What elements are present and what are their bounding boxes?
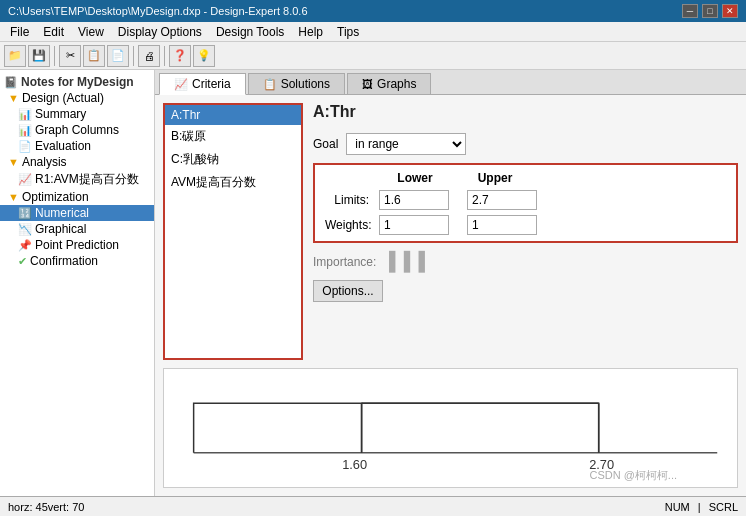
sidebar-graphical-label: Graphical: [35, 222, 86, 236]
sidebar: 📓 Notes for MyDesign ▼ Design (Actual) 📊…: [0, 70, 155, 496]
goal-select[interactable]: in range minimize maximize target none: [346, 133, 466, 155]
copy-button[interactable]: 📋: [83, 45, 105, 67]
menu-item-tips[interactable]: Tips: [331, 24, 365, 40]
sidebar-notes[interactable]: 📓 Notes for MyDesign: [0, 74, 154, 90]
menu-item-file[interactable]: File: [4, 24, 35, 40]
tab-solutions-label: Solutions: [281, 77, 330, 91]
graphical-icon: 📉: [18, 223, 32, 236]
solutions-tab-icon: 📋: [263, 78, 277, 91]
paste-button[interactable]: 📄: [107, 45, 129, 67]
menu-item-edit[interactable]: Edit: [37, 24, 70, 40]
status-sep: |: [698, 501, 701, 513]
content-area: 📈 Criteria 📋 Solutions 🖼 Graphs A:Thr B:…: [155, 70, 746, 496]
tab-graphs-label: Graphs: [377, 77, 416, 91]
goal-label: Goal: [313, 137, 338, 151]
title-bar-text: C:\Users\TEMP\Desktop\MyDesign.dxp - Des…: [8, 5, 308, 17]
summary-doc-icon: 📊: [18, 108, 32, 121]
sidebar-r1-avm-label: R1:AVM提高百分数: [35, 171, 139, 188]
status-num: NUM: [665, 501, 690, 513]
tab-graphs[interactable]: 🖼 Graphs: [347, 73, 431, 94]
factor-item-c-sodium-lactate[interactable]: C:乳酸钠: [165, 148, 301, 171]
toolbar: 📁 💾 ✂ 📋 📄 🖨 ❓ 💡: [0, 42, 746, 70]
sidebar-item-point-prediction[interactable]: 📌 Point Prediction: [0, 237, 154, 253]
weights-row: Weights:: [325, 215, 726, 235]
lower-limit-input[interactable]: [379, 190, 449, 210]
tab-criteria-label: Criteria: [192, 77, 231, 91]
factor-settings: A:Thr Goal in range minimize maximize ta…: [313, 103, 738, 360]
status-bar: horz: 45 vert: 70 NUM | SCRL: [0, 496, 746, 516]
svg-text:1.60: 1.60: [342, 457, 367, 472]
sidebar-point-prediction-label: Point Prediction: [35, 238, 119, 252]
new-button[interactable]: 📁: [4, 45, 26, 67]
factor-list: A:Thr B:碳原 C:乳酸钠 AVM提高百分数: [163, 103, 303, 360]
tab-solutions[interactable]: 📋 Solutions: [248, 73, 345, 94]
criteria-panel: A:Thr B:碳原 C:乳酸钠 AVM提高百分数 A:Thr Goal in …: [155, 95, 746, 368]
importance-label: Importance:: [313, 255, 376, 269]
sidebar-item-optimization[interactable]: ▼ Optimization: [0, 189, 154, 205]
r1-avm-icon: 📈: [18, 173, 32, 186]
menu-item-view[interactable]: View: [72, 24, 110, 40]
menu-item-display-options[interactable]: Display Options: [112, 24, 208, 40]
sidebar-notes-label: Notes for MyDesign: [21, 75, 134, 89]
sidebar-design-label: Design (Actual): [22, 91, 104, 105]
sidebar-item-graphical[interactable]: 📉 Graphical: [0, 221, 154, 237]
minimize-button[interactable]: ─: [682, 4, 698, 18]
optimization-folder-icon: ▼: [8, 191, 19, 203]
tips-button[interactable]: 💡: [193, 45, 215, 67]
limits-header: Lower Upper: [375, 171, 726, 185]
analysis-folder-icon: ▼: [8, 156, 19, 168]
sidebar-item-design-actual[interactable]: ▼ Design (Actual): [0, 90, 154, 106]
sidebar-item-summary[interactable]: 📊 Summary: [0, 106, 154, 122]
confirmation-icon: ✔: [18, 255, 27, 268]
save-button[interactable]: 💾: [28, 45, 50, 67]
menu-item-design-tools[interactable]: Design Tools: [210, 24, 290, 40]
weights-label: Weights:: [325, 218, 375, 232]
title-bar-controls: ─ □ ✕: [682, 4, 738, 18]
maximize-button[interactable]: □: [702, 4, 718, 18]
cut-button[interactable]: ✂: [59, 45, 81, 67]
sidebar-evaluation-label: Evaluation: [35, 139, 91, 153]
design-folder-icon: ▼: [8, 92, 19, 104]
close-button[interactable]: ✕: [722, 4, 738, 18]
sidebar-numerical-label: Numerical: [35, 206, 89, 220]
options-button[interactable]: Options...: [313, 280, 383, 302]
sidebar-graph-columns-label: Graph Columns: [35, 123, 119, 137]
sidebar-item-analysis[interactable]: ▼ Analysis: [0, 154, 154, 170]
help-button[interactable]: ❓: [169, 45, 191, 67]
sidebar-item-confirmation[interactable]: ✔ Confirmation: [0, 253, 154, 269]
notes-icon: 📓: [4, 76, 18, 89]
tab-bar: 📈 Criteria 📋 Solutions 🖼 Graphs: [155, 70, 746, 95]
tab-criteria[interactable]: 📈 Criteria: [159, 73, 246, 95]
sidebar-item-numerical[interactable]: 🔢 Numerical: [0, 205, 154, 221]
menu-item-help[interactable]: Help: [292, 24, 329, 40]
factor-item-a-thr[interactable]: A:Thr: [165, 105, 301, 125]
toolbar-separator-3: [164, 46, 165, 66]
svg-text:2.70: 2.70: [589, 457, 614, 472]
main-layout: 📓 Notes for MyDesign ▼ Design (Actual) 📊…: [0, 70, 746, 496]
numerical-icon: 🔢: [18, 207, 32, 220]
limits-table: Lower Upper Limits: Weights:: [313, 163, 738, 243]
sidebar-item-evaluation[interactable]: 📄 Evaluation: [0, 138, 154, 154]
sidebar-summary-label: Summary: [35, 107, 86, 121]
graphs-tab-icon: 🖼: [362, 78, 373, 90]
sidebar-item-graph-columns[interactable]: 📊 Graph Columns: [0, 122, 154, 138]
graph-columns-doc-icon: 📊: [18, 124, 32, 137]
importance-stars: ▐▐▐: [382, 251, 426, 272]
sidebar-item-r1-avm[interactable]: 📈 R1:AVM提高百分数: [0, 170, 154, 189]
lower-weight-input[interactable]: [379, 215, 449, 235]
toolbar-separator-1: [54, 46, 55, 66]
criteria-tab-icon: 📈: [174, 78, 188, 91]
menu-bar: FileEditViewDisplay OptionsDesign ToolsH…: [0, 22, 746, 42]
status-horz: horz: 45: [8, 501, 48, 513]
factor-item-b-carbonate[interactable]: B:碳原: [165, 125, 301, 148]
goal-row: Goal in range minimize maximize target n…: [313, 133, 738, 155]
evaluation-doc-icon: 📄: [18, 140, 32, 153]
factor-item-avm-increase[interactable]: AVM提高百分数: [165, 171, 301, 194]
status-scrl: SCRL: [709, 501, 738, 513]
toolbar-separator-2: [133, 46, 134, 66]
upper-weight-input[interactable]: [467, 215, 537, 235]
limits-label: Limits:: [325, 193, 375, 207]
print-button[interactable]: 🖨: [138, 45, 160, 67]
upper-header: Upper: [455, 171, 535, 185]
upper-limit-input[interactable]: [467, 190, 537, 210]
